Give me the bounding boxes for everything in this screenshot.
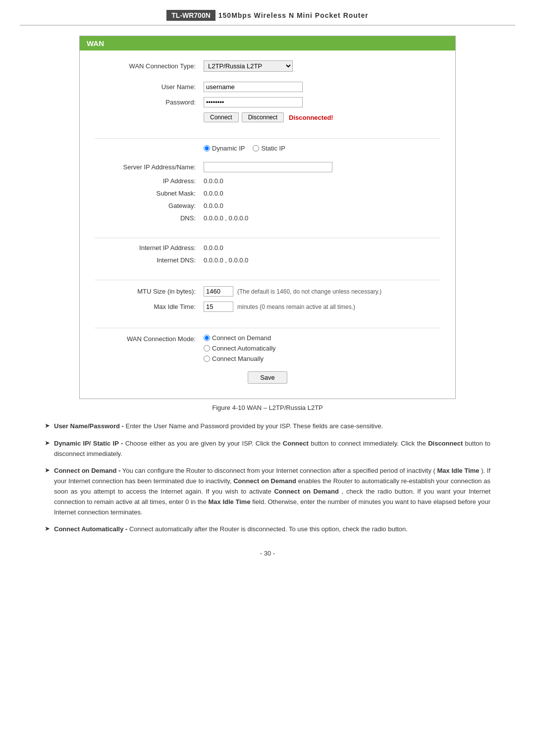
internet-ip-label: Internet IP Address:: [95, 244, 204, 252]
internet-dns-label: Internet DNS:: [95, 256, 204, 264]
internet-ip-value: 0.0.0.0: [204, 244, 440, 252]
idle-time-row: Max Idle Time: minutes (0 means remain a…: [95, 302, 440, 312]
mtu-label: MTU Size (in bytes):: [95, 288, 204, 295]
mode-demand-label: Connect on Demand: [212, 334, 271, 342]
username-row: User Name:: [95, 82, 440, 92]
bullet-3-bold-demand2: Connect on Demand: [274, 488, 339, 495]
server-ip-label: Server IP Address/Name:: [95, 163, 204, 171]
connect-buttons-row: Connect Disconnect Disconnected!: [95, 112, 440, 122]
username-input[interactable]: [204, 82, 303, 92]
bullet-item-4: ➤ Connect Automatically - Connect automa…: [45, 524, 490, 535]
bullet-item-2: ➤ Dynamic IP/ Static IP - Choose either …: [45, 439, 490, 459]
mode-demand-radio[interactable]: [204, 335, 210, 341]
server-ip-row: Server IP Address/Name:: [95, 162, 440, 172]
server-ip-control: [204, 162, 440, 172]
bullet-item-3: ➤ Connect on Demand - You can configure …: [45, 466, 490, 517]
connection-type-select[interactable]: L2TP/Russia L2TP: [204, 60, 293, 72]
ip-address-label: IP Address:: [95, 177, 204, 185]
save-button[interactable]: Save: [248, 371, 287, 384]
subnet-mask-value: 0.0.0.0: [204, 190, 440, 197]
mtu-hint: (The default is 1460, do not change unle…: [237, 288, 381, 295]
bullet-arrow-3: ➤: [45, 466, 50, 474]
wan-mode-label: WAN Connection Mode:: [95, 335, 204, 343]
username-label: User Name:: [95, 83, 204, 91]
password-input[interactable]: [204, 97, 303, 107]
gateway-row: Gateway: 0.0.0.0: [95, 202, 440, 209]
bullet-1-bold: User Name/Password -: [54, 422, 124, 430]
bullet-2-bold-connect: Connect: [283, 440, 309, 447]
save-row: Save: [95, 371, 440, 384]
figure-caption: Figure 4-10 WAN – L2TP/Russia L2TP: [20, 404, 515, 411]
mode-auto-label: Connect Automatically: [212, 345, 276, 352]
subnet-mask-row: Subnet Mask: 0.0.0.0: [95, 190, 440, 197]
bullet-text-3: Connect on Demand - You can configure th…: [54, 466, 490, 517]
password-label: Password:: [95, 99, 204, 106]
idle-time-hint: minutes (0 means remain active at all ti…: [237, 303, 355, 310]
bullet-arrow-2: ➤: [45, 439, 50, 447]
disconnected-status: Disconnected!: [289, 114, 333, 121]
mode-manual-label: Connect Manually: [212, 355, 264, 362]
wan-panel-title: WAN: [80, 36, 455, 50]
internet-dns-value: 0.0.0.0 , 0.0.0.0: [204, 256, 440, 264]
connection-type-control: L2TP/Russia L2TP: [204, 60, 440, 72]
bullet-3-bold-demand: Connect on Demand: [233, 477, 296, 485]
password-row: Password:: [95, 97, 440, 107]
ip-address-row: IP Address: 0.0.0.0: [95, 177, 440, 185]
ip-type-radio-group: Dynamic IP Static IP: [204, 145, 440, 152]
mtu-row: MTU Size (in bytes): (The default is 146…: [95, 286, 440, 297]
mode-demand-option[interactable]: Connect on Demand: [204, 334, 440, 342]
connection-type-row: WAN Connection Type: L2TP/Russia L2TP: [95, 60, 440, 72]
bullet-4-text: Connect automatically after the Router i…: [129, 525, 408, 533]
gateway-value: 0.0.0.0: [204, 202, 440, 209]
bullet-1-text: Enter the User Name and Password provide…: [126, 422, 383, 430]
internet-ip-row: Internet IP Address: 0.0.0.0: [95, 244, 440, 252]
mode-manual-radio[interactable]: [204, 355, 210, 362]
static-ip-radio[interactable]: [253, 145, 259, 151]
bullet-2-bold-disconnect: Disconnect: [428, 440, 463, 447]
mode-auto-option[interactable]: Connect Automatically: [204, 345, 440, 352]
mtu-control: (The default is 1460, do not change unle…: [204, 286, 440, 297]
bullet-3-bold-idle2: Max Idle Time: [208, 498, 250, 505]
wan-mode-row: WAN Connection Mode: Connect on Demand C…: [95, 334, 440, 362]
dns-value: 0.0.0.0 , 0.0.0.0: [204, 214, 440, 222]
page-number: - 30 -: [20, 550, 515, 557]
bullet-section: ➤ User Name/Password - Enter the User Na…: [45, 421, 490, 535]
username-control: [204, 82, 440, 92]
subnet-mask-label: Subnet Mask:: [95, 190, 204, 197]
dynamic-ip-label: Dynamic IP: [212, 145, 245, 152]
static-ip-option[interactable]: Static IP: [253, 145, 285, 152]
connect-button[interactable]: Connect: [204, 112, 239, 122]
bullet-arrow-4: ➤: [45, 525, 50, 532]
page-header: TL-WR700N 150Mbps Wireless N Mini Pocket…: [20, 10, 515, 26]
static-ip-label: Static IP: [261, 145, 285, 152]
mode-manual-option[interactable]: Connect Manually: [204, 355, 440, 362]
dns-row: DNS: 0.0.0.0 , 0.0.0.0: [95, 214, 440, 222]
server-ip-input[interactable]: [204, 162, 332, 172]
idle-time-label: Max Idle Time:: [95, 303, 204, 310]
dns-label: DNS:: [95, 214, 204, 222]
bullet-item-1: ➤ User Name/Password - Enter the User Na…: [45, 421, 490, 432]
model-name: TL-WR700N: [166, 10, 215, 21]
ip-address-value: 0.0.0.0: [204, 177, 440, 185]
wan-mode-control: Connect on Demand Connect Automatically …: [204, 334, 440, 362]
bullet-text-2: Dynamic IP/ Static IP - Choose either as…: [54, 439, 490, 459]
connection-type-label: WAN Connection Type:: [95, 62, 204, 70]
ip-type-row: Dynamic IP Static IP: [95, 145, 440, 157]
bullet-2-text-1: Choose either as you are given by your I…: [125, 440, 283, 447]
mtu-input[interactable]: [204, 286, 233, 297]
password-control: [204, 97, 440, 107]
internet-dns-row: Internet DNS: 0.0.0.0 , 0.0.0.0: [95, 256, 440, 264]
bullet-3-bold: Connect on Demand -: [54, 467, 120, 474]
bullet-2-text-2: button to connect immediately. Click the: [311, 440, 428, 447]
dynamic-ip-option[interactable]: Dynamic IP: [204, 145, 245, 152]
bullet-3-bold-idle: Max Idle Time: [437, 467, 480, 474]
bullet-text-1: User Name/Password - Enter the User Name…: [54, 421, 383, 432]
bullet-arrow-1: ➤: [45, 422, 50, 429]
idle-time-input[interactable]: [204, 302, 233, 312]
dynamic-ip-radio[interactable]: [204, 145, 210, 151]
disconnect-button[interactable]: Disconnect: [242, 112, 284, 122]
product-description: 150Mbps Wireless N Mini Pocket Router: [218, 11, 369, 19]
bullet-4-bold: Connect Automatically -: [54, 525, 127, 533]
bullet-text-4: Connect Automatically - Connect automati…: [54, 524, 408, 535]
mode-auto-radio[interactable]: [204, 345, 210, 352]
